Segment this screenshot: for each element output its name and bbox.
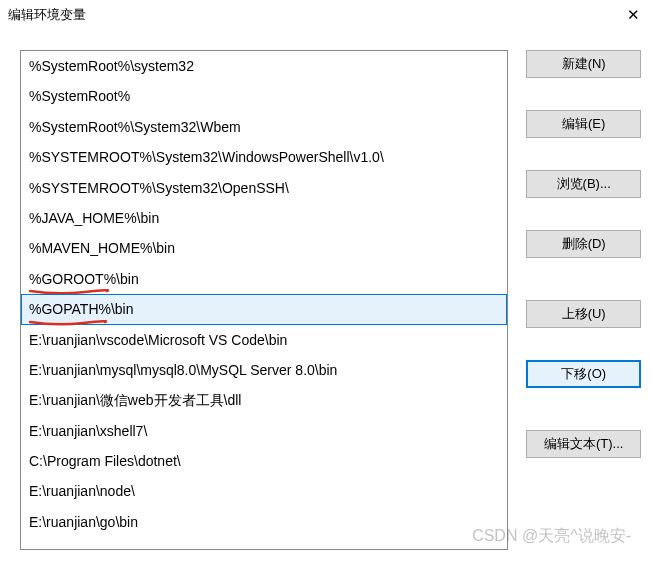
list-item[interactable]: %GOROOT%\bin: [21, 264, 507, 294]
list-item[interactable]: %GOPATH%\bin: [21, 294, 507, 324]
list-item[interactable]: E:\ruanjian\mysql\mysql8.0\MySQL Server …: [21, 355, 507, 385]
list-item[interactable]: E:\ruanjian\go\bin: [21, 507, 507, 537]
list-item[interactable]: %MAVEN_HOME%\bin: [21, 233, 507, 263]
browse-button[interactable]: 浏览(B)...: [526, 170, 641, 198]
dialog-content: %SystemRoot%\system32%SystemRoot%%System…: [0, 30, 651, 560]
edit-button[interactable]: 编辑(E): [526, 110, 641, 138]
close-icon[interactable]: ✕: [623, 6, 643, 24]
list-item[interactable]: C:\Program Files\dotnet\: [21, 446, 507, 476]
list-item[interactable]: E:\ruanjian\xshell7\: [21, 416, 507, 446]
list-item[interactable]: %SYSTEMROOT%\System32\WindowsPowerShell\…: [21, 142, 507, 172]
list-item[interactable]: %SystemRoot%\system32: [21, 51, 507, 81]
list-item[interactable]: E:\ruanjian\vscode\Microsoft VS Code\bin: [21, 325, 507, 355]
new-button[interactable]: 新建(N): [526, 50, 641, 78]
env-path-listbox[interactable]: %SystemRoot%\system32%SystemRoot%%System…: [20, 50, 508, 550]
move-up-button[interactable]: 上移(U): [526, 300, 641, 328]
list-item[interactable]: %JAVA_HOME%\bin: [21, 203, 507, 233]
edit-text-button[interactable]: 编辑文本(T)...: [526, 430, 641, 458]
list-item[interactable]: E:\ruanjian\node\: [21, 476, 507, 506]
delete-button[interactable]: 删除(D): [526, 230, 641, 258]
window-title: 编辑环境变量: [8, 6, 86, 24]
titlebar: 编辑环境变量 ✕: [0, 0, 651, 30]
list-item[interactable]: %SystemRoot%: [21, 81, 507, 111]
move-down-button[interactable]: 下移(O): [526, 360, 641, 388]
list-item[interactable]: %SYSTEMROOT%\System32\OpenSSH\: [21, 173, 507, 203]
list-item[interactable]: %SystemRoot%\System32\Wbem: [21, 112, 507, 142]
button-panel: 新建(N) 编辑(E) 浏览(B)... 删除(D) 上移(U) 下移(O) 编…: [526, 50, 641, 550]
list-item[interactable]: E:\ruanjian\微信web开发者工具\dll: [21, 385, 507, 415]
